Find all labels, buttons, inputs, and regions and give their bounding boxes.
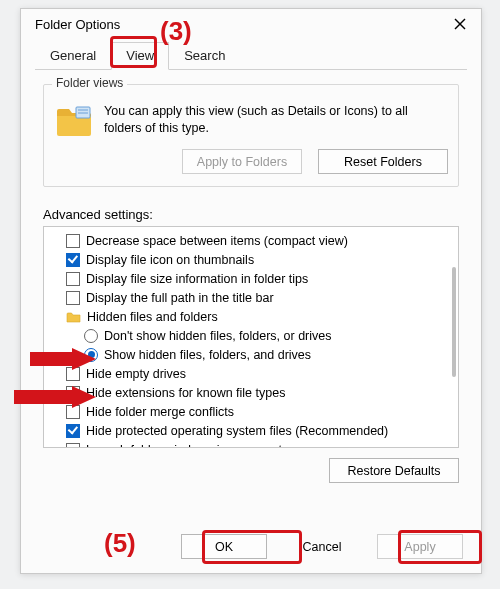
close-icon <box>454 18 466 30</box>
tree-row-label: Display the full path in the title bar <box>86 291 274 305</box>
tree-row-label: Hide extensions for known file types <box>86 386 285 400</box>
checkbox-icon[interactable] <box>66 367 80 381</box>
tree-row[interactable]: Hidden files and folders <box>48 307 444 326</box>
tree-row-label: Decrease space between items (compact vi… <box>86 234 348 248</box>
dialog-footer: OK Cancel Apply <box>21 524 481 573</box>
tree-row-label: Don't show hidden files, folders, or dri… <box>104 329 332 343</box>
tree-row-label: Show hidden files, folders, and drives <box>104 348 311 362</box>
tree-row[interactable]: Display file icon on thumbnails <box>48 250 444 269</box>
apply-button[interactable]: Apply <box>377 534 463 559</box>
advanced-settings-label: Advanced settings: <box>43 207 459 222</box>
tree-row[interactable]: Show hidden files, folders, and drives <box>48 345 444 364</box>
folder-options-window: Folder Options General View Search Folde… <box>20 8 482 574</box>
tree-row[interactable]: Decrease space between items (compact vi… <box>48 231 444 250</box>
tree-row-label: Display file size information in folder … <box>86 272 308 286</box>
tab-search[interactable]: Search <box>169 42 240 70</box>
tree-row[interactable]: Display the full path in the title bar <box>48 288 444 307</box>
checkbox-icon[interactable] <box>66 253 80 267</box>
close-button[interactable] <box>439 9 481 39</box>
advanced-settings-tree[interactable]: Decrease space between items (compact vi… <box>43 226 459 448</box>
tab-view[interactable]: View <box>111 42 169 70</box>
restore-defaults-button[interactable]: Restore Defaults <box>329 458 459 483</box>
tree-row-label: Hide protected operating system files (R… <box>86 424 388 438</box>
apply-to-folders-button: Apply to Folders <box>182 149 302 174</box>
radio-icon[interactable] <box>84 348 98 362</box>
checkbox-icon[interactable] <box>66 443 80 449</box>
checkbox-icon[interactable] <box>66 386 80 400</box>
tree-row-label: Display file icon on thumbnails <box>86 253 254 267</box>
radio-icon[interactable] <box>84 329 98 343</box>
checkbox-icon[interactable] <box>66 405 80 419</box>
tree-row[interactable]: Hide folder merge conflicts <box>48 402 444 421</box>
tree-row[interactable]: Display file size information in folder … <box>48 269 444 288</box>
checkbox-icon[interactable] <box>66 234 80 248</box>
scrollbar-thumb[interactable] <box>452 267 456 377</box>
tree-row[interactable]: Hide extensions for known file types <box>48 383 444 402</box>
tab-general[interactable]: General <box>35 42 111 70</box>
cancel-button[interactable]: Cancel <box>279 534 365 559</box>
tree-row[interactable]: Don't show hidden files, folders, or dri… <box>48 326 444 345</box>
window-title: Folder Options <box>35 17 439 32</box>
tab-bar: General View Search <box>35 41 467 70</box>
tree-row-label: Hidden files and folders <box>87 310 218 324</box>
checkbox-icon[interactable] <box>66 272 80 286</box>
folder-icon <box>66 311 81 323</box>
folder-views-group: Folder views You can apply this view (su… <box>43 84 459 187</box>
tree-row[interactable]: Hide protected operating system files (R… <box>48 421 444 440</box>
reset-folders-button[interactable]: Reset Folders <box>318 149 448 174</box>
view-panel: Folder views You can apply this view (su… <box>21 70 481 524</box>
titlebar: Folder Options <box>21 9 481 39</box>
tree-row-label: Hide empty drives <box>86 367 186 381</box>
ok-button[interactable]: OK <box>181 534 267 559</box>
tree-row[interactable]: Launch folder windows in a separate proc… <box>48 440 444 448</box>
tree-row-label: Launch folder windows in a separate proc… <box>86 443 336 449</box>
folder-views-text: You can apply this view (such as Details… <box>104 103 448 139</box>
checkbox-icon[interactable] <box>66 424 80 438</box>
folder-icon <box>54 103 94 139</box>
tree-row[interactable]: Hide empty drives <box>48 364 444 383</box>
tree-row-label: Hide folder merge conflicts <box>86 405 234 419</box>
checkbox-icon[interactable] <box>66 291 80 305</box>
folder-views-legend: Folder views <box>52 76 127 90</box>
